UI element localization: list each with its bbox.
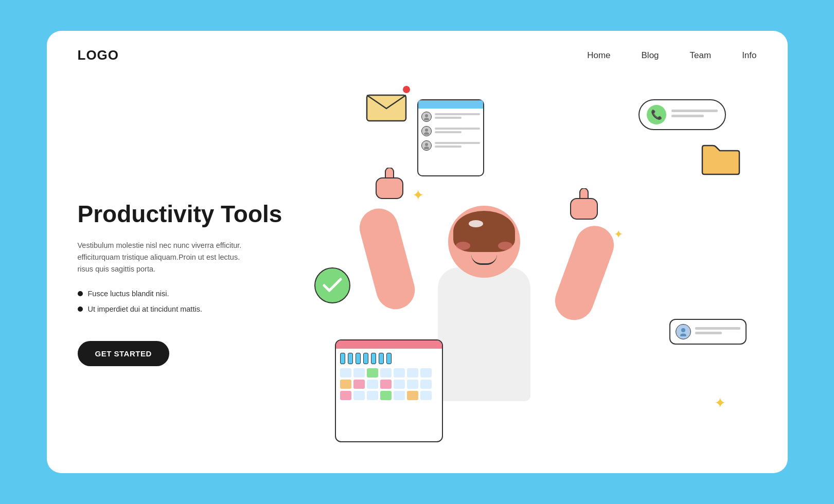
bullet-item-2: Ut imperdiet dui at tincidunt mattis. [78,305,325,313]
call-line-1 [671,110,718,112]
contact-row-2 [421,126,480,136]
cal-cell [407,391,418,400]
cal-row-2 [340,380,438,389]
cal-ring-2 [348,353,353,364]
cal-cell [420,391,432,400]
cal-cell [394,368,405,377]
cal-cell [394,380,405,389]
sparkle-3: ✦ [614,228,623,241]
calendar-card [335,339,443,442]
profile-line-2 [695,332,722,334]
main-content: Productivity Tools Vestibulum molestie n… [47,63,788,473]
cal-row-3 [340,391,438,400]
contact-line-short [435,146,462,148]
cal-cell [367,380,378,389]
hand-right-svg [566,188,602,235]
svg-point-3 [425,129,428,132]
contact-line [435,128,480,130]
blush-right [498,242,512,250]
svg-point-6 [424,147,429,149]
cal-cell [407,368,418,377]
nav-link-blog[interactable]: Blog [642,50,659,60]
hero-description: Vestibulum molestie nisl nec nunc viverr… [78,240,268,276]
contact-list-card [417,99,484,176]
cal-cell [420,368,432,377]
bullet-item-1: Fusce luctus blandit nisi. [78,290,325,298]
cal-ring-4 [363,353,368,364]
nav-item-team[interactable]: Team [690,50,712,61]
contact-avatar-2 [421,126,432,136]
svg-point-12 [680,334,686,337]
contact-line-short [435,117,462,119]
calendar-header-pink [336,340,442,349]
call-lines [671,110,718,120]
call-card: 📞 [638,99,726,130]
cal-cell [367,391,378,400]
folder-icon [700,140,741,175]
cal-cell [407,380,418,389]
email-icon [366,89,407,122]
svg-point-5 [425,143,428,146]
nav-item-blog[interactable]: Blog [642,50,659,61]
contact-line [435,142,480,144]
profile-text-lines [695,327,740,336]
nav-link-team[interactable]: Team [690,50,712,60]
checkmark-icon [322,277,343,294]
email-card [366,89,407,125]
cal-cell [420,380,432,389]
logo: LOGO [78,47,119,63]
cal-cell [394,391,405,400]
svg-rect-10 [571,199,597,219]
get-started-button[interactable]: GET STARTED [78,341,169,366]
contact-line-short [435,131,462,133]
check-circle [314,267,350,303]
call-line-2 [671,115,704,117]
contact-row-1 [421,112,480,122]
cal-cell [380,380,392,389]
calendar-rings [336,349,442,366]
cal-cell [380,391,392,400]
profile-mini-card [669,319,747,345]
contact-row-3 [421,140,480,151]
phone-icon: 📞 [647,105,666,124]
cal-cell [353,368,365,377]
nav-item-info[interactable]: Info [742,50,756,61]
cal-ring-7 [386,353,392,364]
nav-item-home[interactable]: Home [587,50,610,61]
smile [471,255,497,265]
cal-row-1 [340,368,438,377]
hero-title: Productivity Tools [78,201,325,227]
sparkle-1: ✦ [412,187,424,204]
nav-link-home[interactable]: Home [587,50,610,60]
bullet-list: Fusce luctus blandit nisi. Ut imperdiet … [78,290,325,320]
cal-ring-1 [340,353,345,364]
cal-cell [340,368,351,377]
contact-lines-1 [435,113,480,120]
notification-dot [403,86,410,93]
head [448,206,520,278]
hand-left-svg [371,168,407,214]
nav-link-info[interactable]: Info [742,50,756,60]
cal-ring-5 [371,353,376,364]
blush-left [456,242,470,250]
hand-left [371,168,407,216]
contact-avatar-1 [421,112,432,122]
arm-left [355,204,419,314]
bullet-dot-1 [78,291,83,296]
cal-cell [380,368,392,377]
cal-ring-3 [356,353,361,364]
torso [438,267,530,401]
contact-lines-3 [435,142,480,149]
sparkle-2: ✦ [714,394,726,411]
cal-cell [367,368,378,377]
svg-point-1 [425,114,428,117]
profile-icon [679,327,688,336]
contact-card-header [418,100,483,109]
hero-left: Productivity Tools Vestibulum molestie n… [78,84,325,453]
contact-avatar-3 [421,140,432,151]
cal-cell [340,391,351,400]
bullet-dot-2 [78,307,83,312]
contact-lines-2 [435,128,480,135]
svg-point-2 [424,118,429,120]
navbar: LOGO Home Blog Team Info [47,31,788,63]
